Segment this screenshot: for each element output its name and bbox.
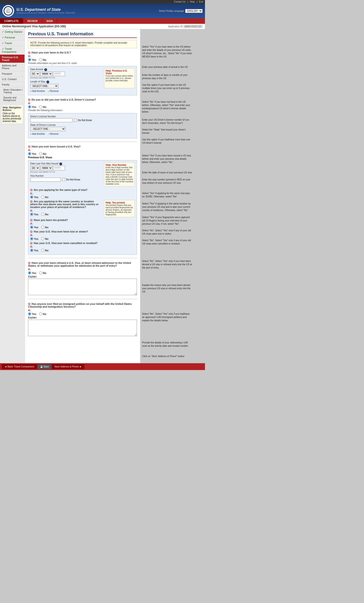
q4-yes[interactable]: Yes (28, 271, 36, 274)
q3-sub-title: Previous U.S. Visas (28, 156, 137, 159)
sidebar-item-personal[interactable]: Personal (0, 35, 24, 41)
q5-explain-label: Explain (28, 316, 137, 319)
add-remove-bar-2: + Add Another – Remove (30, 133, 135, 135)
annotation-2: Enter your previous date of arrival in t… (142, 66, 192, 69)
help-prev-visits: Help: Previous U.S. Visits If you are un… (104, 68, 135, 88)
month-select[interactable]: MMM (41, 72, 53, 76)
info-icon-stay[interactable]: i (47, 81, 49, 83)
sidebar-item-us-contact[interactable]: U.S. Contact (0, 77, 24, 82)
same-location-no[interactable]: No (41, 213, 48, 216)
ten-printed-no[interactable]: No (41, 226, 48, 229)
state-label: State of Driver's License (30, 124, 135, 126)
same-type-no[interactable]: No (41, 196, 48, 198)
dept-name: U.S. Department of State (16, 8, 75, 12)
sidebar-item-passport[interactable]: Passport (0, 71, 24, 77)
question-1: Q: Have you ever been in the U.S.? A: Ye… (28, 51, 137, 95)
help-visa-number: Help: Visa Number Enter the 8-digit numb… (104, 162, 135, 186)
visa-year-input[interactable] (53, 166, 65, 170)
q3-no[interactable]: No (39, 152, 47, 155)
remove-dl[interactable]: – Remove (48, 133, 59, 135)
q2-dl-box: Driver's License Number Do Not Know Stat… (28, 113, 137, 138)
svg-text:DEPT of: DEPT of (6, 11, 11, 12)
tab-complete[interactable]: COMPLETE (0, 18, 23, 24)
sidebar-item-family[interactable]: Family (0, 82, 24, 87)
annotation-19: Select "No". Select "Yes" only if you ha… (142, 312, 192, 322)
lost-yes[interactable]: Yes (30, 237, 38, 240)
annotation-9: Select "Yes" if you have been issued a U… (142, 154, 192, 164)
cancelled-yes[interactable]: Yes (30, 249, 38, 252)
sidebar-item-address-phone[interactable]: Address and Phone (0, 63, 24, 71)
date-arrived-label: Date Arrived i (30, 68, 100, 71)
annotation-8: Use this option if you had/have more tha… (142, 138, 192, 145)
help-link[interactable]: Help (190, 0, 195, 3)
date-format-hint: (Format: DD-MMM-YYYY) (30, 77, 100, 79)
annotation-10: Enter the date of issue of your previous… (142, 171, 192, 174)
visa-day-select[interactable]: DD (30, 166, 40, 170)
q4-no[interactable]: No (39, 271, 47, 274)
sidebar-item-travel-companions[interactable]: Travel Companions (0, 46, 24, 55)
same-type-yes[interactable]: Yes (30, 196, 38, 198)
day-select[interactable]: DD (30, 72, 40, 76)
q5-yes[interactable]: Yes (28, 312, 36, 315)
sidebar-item-work-education[interactable]: Work / Education / Training (0, 87, 24, 95)
ten-printed-yes[interactable]: Yes (30, 226, 38, 229)
q4-label: Have you ever been refused a U.S. Visa, … (28, 261, 131, 267)
annotation-7: Select the "State" that issued your driv… (142, 128, 192, 135)
q2-label: Do you or did you ever hold a U.S. Drive… (32, 98, 96, 101)
help-ten-printed: Help: Ten-printed Ten-printed means that… (104, 200, 135, 217)
nav-tabs: COMPLETE REVIEW SIGN (0, 18, 205, 24)
info-icon-visa-date[interactable]: i (59, 162, 62, 165)
ten-printed-label: Have you been ten-printed? (34, 219, 68, 221)
next-button[interactable]: Next: Address & Phone ► (52, 364, 84, 369)
lang-select[interactable]: ENGLISH (185, 9, 203, 13)
q3-label: Have you ever been issued a U.S. Visa? (32, 145, 80, 148)
visa-month-select[interactable]: MMM (41, 166, 53, 170)
sidebar-help-title: Help: Navigation Buttons (3, 106, 22, 111)
annotation-13: Select "Yes" if applying in the same loc… (142, 202, 192, 212)
dl-do-not-know-label: Do Not Know (78, 119, 92, 122)
save-button[interactable]: 💾 Save (37, 364, 52, 369)
q1-visits-box: Date Arrived i DD MMM (Format: DD-MMM-YY… (28, 66, 137, 95)
same-location-yes[interactable]: Yes (30, 213, 38, 216)
q4-explain-input[interactable] (28, 279, 137, 295)
back-button[interactable]: ◄ Back: Travel Companions (2, 364, 37, 369)
annotation-4: Use this option if you have been in the … (142, 83, 192, 93)
year-input[interactable] (53, 72, 65, 76)
q2-yes[interactable]: Yes (28, 105, 36, 108)
q1-yes[interactable]: Yes (28, 58, 36, 61)
lost-no[interactable]: No (41, 237, 48, 240)
app-id-value: AA00 XXXX XX (183, 25, 203, 28)
visa-number-input[interactable] (30, 178, 61, 182)
exit-link[interactable]: Exit (199, 0, 203, 3)
length-stay-select[interactable]: -SELECT ONE- (30, 84, 59, 88)
bottom-nav: ◄ Back: Travel Companions 💾 Save Next: A… (0, 363, 205, 370)
add-another-dl[interactable]: + Add Another (30, 133, 45, 135)
cancelled-no[interactable]: No (41, 249, 48, 252)
question-3: Q: Have you ever been issued a U.S. Visa… (28, 145, 137, 255)
lang-selector[interactable]: Select Tooltip Language ENGLISH (159, 9, 203, 13)
add-another-visit[interactable]: + Add Another (30, 90, 45, 92)
sidebar-item-previous-us-travel[interactable]: Previous U.S. Travel (0, 55, 24, 63)
state-select[interactable]: - SELECT ONE - (30, 127, 66, 131)
q1-no[interactable]: No (39, 58, 47, 61)
q2-no[interactable]: No (39, 105, 47, 108)
q5-no[interactable]: No (39, 312, 47, 315)
q3-yes[interactable]: Yes (28, 152, 36, 155)
annotation-6: Enter your US Driver's license number (i… (142, 118, 192, 125)
info-icon-date[interactable]: i (44, 68, 47, 71)
q5-explain-input[interactable] (28, 320, 137, 336)
dl-number-input[interactable] (30, 118, 72, 122)
sidebar-item-travel[interactable]: Travel (0, 41, 24, 46)
annotation-15: Select "No". Select "Yes" only if any of… (142, 229, 192, 235)
content-area: Previous U.S. Travel Information NOTE: P… (25, 29, 140, 363)
sidebar-item-getting-started[interactable]: Getting Started (0, 29, 24, 35)
header: U.S. DEPT of STATE U.S. Department of St… (0, 3, 205, 18)
remove-visit[interactable]: – Remove (48, 90, 59, 92)
contact-link[interactable]: Contact Us (174, 0, 185, 3)
tab-review[interactable]: REVIEW (23, 18, 42, 24)
tab-sign[interactable]: SIGN (42, 18, 57, 24)
dl-do-not-know[interactable] (74, 119, 77, 122)
app-id: Application ID AA00 XXXX XX (168, 25, 203, 28)
sidebar-item-security[interactable]: Security and Background (0, 95, 24, 103)
visa-do-not-know[interactable] (62, 178, 65, 181)
